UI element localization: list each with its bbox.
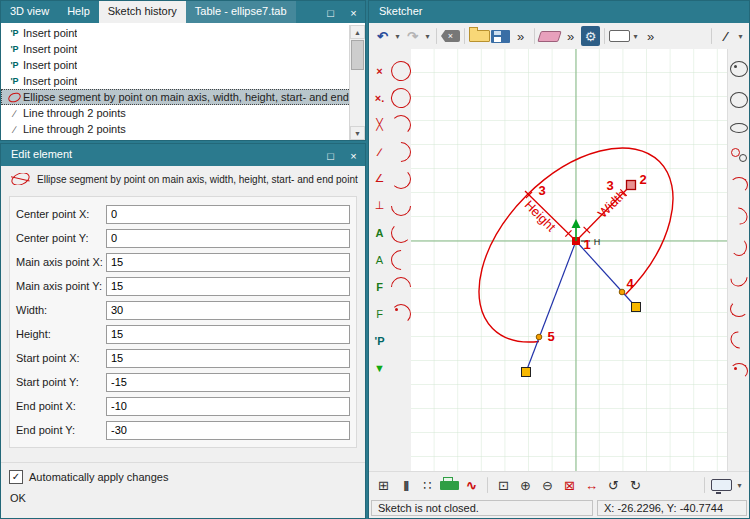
open-button[interactable] [469, 30, 490, 42]
zoom-window-button[interactable]: ⊡ [494, 475, 513, 495]
viewport-button[interactable] [711, 479, 732, 491]
scroll-up-button[interactable]: ▲ [350, 25, 365, 39]
main-axis-point-y-input[interactable] [106, 277, 350, 296]
end-point-marker[interactable] [536, 334, 542, 340]
bars-button[interactable]: ||| [396, 475, 415, 495]
eraser-button[interactable] [537, 31, 562, 42]
function-tool-icon[interactable]: F [371, 278, 389, 296]
history-item-insert-point-2[interactable]: Insert point [1, 41, 365, 57]
redo-button[interactable]: ↷ [403, 26, 422, 46]
zoom-out-button[interactable]: ⊖ [538, 475, 557, 495]
close-button[interactable]: × [342, 149, 365, 162]
undo-dropdown[interactable]: ▾ [393, 26, 402, 46]
cross-lines-tool-icon[interactable]: ╳ [371, 116, 389, 134]
zoom-previous-button[interactable]: ↺ [604, 475, 623, 495]
circular-arc-5-tool-icon[interactable] [730, 301, 748, 317]
label-tool-icon[interactable]: A [371, 224, 389, 242]
delete-button[interactable]: × [441, 30, 460, 42]
elliptic-arc-tool-icon[interactable] [391, 115, 411, 135]
function-2-tool-icon[interactable]: F [371, 305, 389, 323]
end-point-x-input[interactable] [106, 397, 350, 416]
more-file-tools-button[interactable]: » [511, 26, 530, 46]
circular-arc-2-tool-icon[interactable] [726, 204, 750, 228]
circle-2-tool-icon[interactable] [730, 123, 748, 133]
line-style-dropdown[interactable]: ▾ [736, 26, 745, 46]
settings-button[interactable]: ⚙ [581, 26, 600, 46]
scroll-thumb[interactable] [351, 40, 364, 70]
tab-table-ellipse7[interactable]: Table - ellipse7.tab [186, 1, 296, 23]
maximize-button[interactable]: □ [319, 6, 342, 19]
line-tool-icon[interactable]: ∕ [371, 143, 389, 161]
width-3-label: 3 [606, 178, 613, 193]
angle-tool-icon[interactable]: ∠ [371, 170, 389, 188]
arc-6-tool-icon[interactable] [391, 304, 411, 324]
width-input[interactable] [106, 301, 350, 320]
circular-arc-4-tool-icon[interactable] [726, 266, 750, 290]
selection-dropdown[interactable]: ▾ [631, 26, 640, 46]
arc-3-tool-icon[interactable] [391, 223, 411, 243]
history-item-line-2[interactable]: Line through 2 points [1, 121, 365, 137]
zoom-extents-button[interactable]: ⊠ [560, 475, 579, 495]
selection-button[interactable] [609, 30, 630, 42]
line1-end-marker[interactable] [632, 303, 641, 312]
maximize-button[interactable]: □ [319, 149, 342, 162]
start-point-x-input[interactable] [106, 349, 350, 368]
end-point-y-input[interactable] [106, 421, 350, 440]
center-point-x-input[interactable] [106, 205, 350, 224]
main-axis-point-x-input[interactable] [106, 253, 350, 272]
height-input[interactable] [106, 325, 350, 344]
circular-arc-3-tool-icon[interactable] [731, 238, 747, 256]
pan-button[interactable]: ↔ [582, 475, 601, 495]
plot-button[interactable] [440, 481, 459, 490]
sketch-canvas[interactable]: H 1 2 3 3 4 5 Width Height [411, 49, 727, 472]
perpendicular-tool-icon[interactable]: ⊥ [371, 197, 389, 215]
scroll-down-button[interactable]: ▼ [350, 126, 365, 140]
history-item-line-1[interactable]: Line through 2 points [1, 105, 365, 121]
circle-tool-icon[interactable] [730, 92, 748, 108]
ok-button[interactable]: OK [10, 492, 26, 504]
redraw-button[interactable]: ↻ [626, 475, 645, 495]
main-axis-point-marker[interactable] [627, 181, 636, 190]
save-button[interactable] [491, 30, 510, 43]
tab-help[interactable]: Help [58, 1, 99, 23]
history-item-insert-point-1[interactable]: Insert point [1, 25, 365, 41]
grid-button[interactable]: ⊞ [374, 475, 393, 495]
more-selection-tools-button[interactable]: » [641, 26, 660, 46]
tab-3d-view[interactable]: 3D view [1, 1, 58, 23]
circle-center-tool-icon[interactable] [730, 61, 748, 77]
center-point-y-input[interactable] [106, 229, 350, 248]
sketch-history-list[interactable]: Insert point Insert point Insert point I… [1, 23, 365, 140]
label-2-tool-icon[interactable]: A [371, 251, 389, 269]
history-item-label: Insert point [23, 75, 77, 87]
line2-end-marker[interactable] [522, 368, 531, 377]
curve-button[interactable]: ∿ [462, 475, 481, 495]
line-style-button[interactable]: ∕ [716, 26, 735, 46]
circular-arc-7-tool-icon[interactable] [730, 363, 748, 379]
two-circles-tool-icon[interactable] [731, 148, 747, 162]
circular-arc-tool-icon[interactable] [730, 177, 748, 193]
history-item-insert-point-3[interactable]: Insert point [1, 57, 365, 73]
ellipse-rotated-tool-icon[interactable] [387, 84, 414, 111]
viewport-dropdown[interactable]: ▾ [735, 475, 744, 495]
auto-apply-checkbox[interactable]: ✓ [9, 470, 23, 484]
history-item-insert-point-4[interactable]: Insert point [1, 73, 365, 89]
edit-field-row: Center point X: [16, 202, 350, 226]
circular-arc-6-tool-icon[interactable] [726, 328, 750, 352]
start-point-y-input[interactable] [106, 373, 350, 392]
hatch-button[interactable]: ∷ [418, 475, 437, 495]
point-coordinates-tool-icon[interactable]: ×. [371, 89, 389, 107]
tab-sketch-history[interactable]: Sketch history [99, 1, 186, 23]
undo-button[interactable]: ↶ [373, 26, 392, 46]
history-scrollbar[interactable]: ▲ ▼ [349, 25, 365, 140]
arc-tool-icon[interactable] [391, 169, 411, 189]
history-item-ellipse-segment[interactable]: Ellipse segment by point on main axis, w… [1, 89, 365, 105]
insert-point-tool-icon[interactable]: 'P [371, 332, 389, 350]
close-button[interactable]: × [342, 6, 365, 19]
zoom-in-button[interactable]: ⊕ [516, 475, 535, 495]
start-point-marker[interactable] [619, 289, 625, 295]
ellipse-tool-icon[interactable] [387, 57, 414, 84]
more-edit-tools-button[interactable]: » [561, 26, 580, 46]
point-tool-icon[interactable]: × [371, 62, 389, 80]
redo-dropdown[interactable]: ▾ [423, 26, 432, 46]
apply-tool-icon[interactable]: ▼ [371, 359, 389, 377]
